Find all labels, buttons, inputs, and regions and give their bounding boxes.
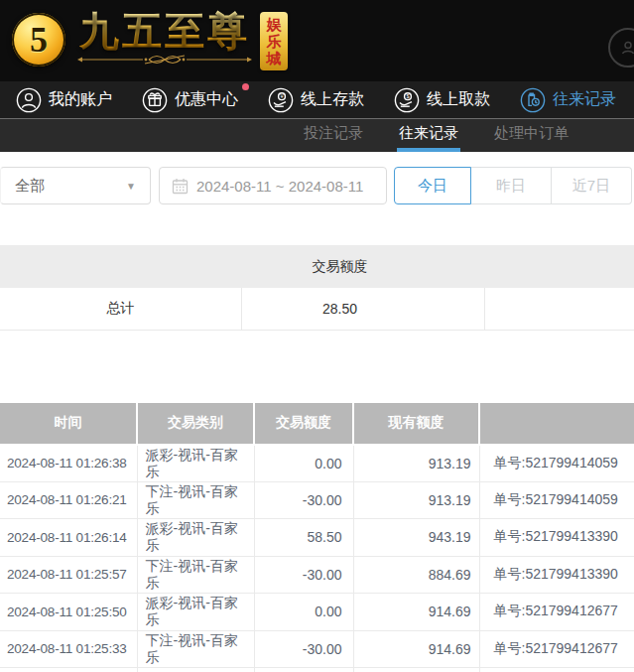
date-range-value: 2024-08-11 ~ 2024-08-11 [196,178,363,195]
filter-section: 全部 ▼ 2024-08-11 ~ 2024-08-11 今日 昨日 近7日 [0,152,634,245]
table-header-cell: 时间 [0,403,137,445]
type-select-value: 全部 [15,177,45,196]
deposit-icon: ¥ [268,87,294,113]
table-header-row: 时间 交易类别 交易额度 现有额度 [0,403,634,445]
table-cell: -30.00 [254,556,353,594]
table-header-cell: 交易类别 [137,403,254,445]
nav-item-withdraw[interactable]: $ 线上取款 [394,87,490,113]
table-cell: 943.19 [353,519,479,557]
quick-range-group: 今日 昨日 近7日 [394,167,632,204]
transactions-table: 时间 交易类别 交易额度 现有额度 2024-08-11 01:26:38派彩-… [0,403,634,672]
nav-item-label: 线上存款 [301,89,364,110]
calendar-icon [172,178,189,195]
table-cell: 914.69 [353,630,479,668]
section-gap [0,331,634,403]
withdraw-icon: $ [394,87,420,113]
brand-monogram-text: 5 [30,19,48,61]
table-cell: 派彩-视讯-百家乐 [137,445,254,482]
site-header: 5 九五至尊 娱 乐 城 [0,0,634,81]
table-cell: 下注-视讯-百家乐 [137,481,254,519]
svg-text:$: $ [406,93,409,99]
table-cell: 单号:521799414059 [479,481,634,519]
brand-logo-icon: 5 [12,13,65,67]
summary-total-label: 总计 [0,288,241,330]
table-cell [0,668,137,672]
table-cell: -30.00 [254,481,353,519]
table-cell: 2024-08-11 01:25:57 [0,556,137,594]
promo-notification-dot [242,83,249,90]
table-row: 2024-08-11 01:26:21下注-视讯-百家乐-30.00913.19… [0,481,634,519]
yesterday-button[interactable]: 昨日 [471,167,552,204]
table-cell: 2024-08-11 01:25:33 [0,630,137,668]
summary-header-spacer [0,245,241,288]
table-cell [254,668,353,672]
table-row: 2024-08-11 01:25:33下注-视讯-百家乐-30.00914.69… [0,630,634,668]
table-row-partial [0,668,634,672]
records-tab-bar: 投注记录 往来记录 处理中订单 [0,119,634,152]
brand-text-block: 九五至尊 [75,10,254,67]
table-header-cell [479,403,634,445]
table-cell: 2024-08-11 01:26:38 [0,445,137,482]
transactions-body: 2024-08-11 01:26:38派彩-视讯-百家乐0.00913.19单号… [0,445,634,672]
date-range-input[interactable]: 2024-08-11 ~ 2024-08-11 [159,167,387,204]
table-row: 2024-08-11 01:25:57下注-视讯-百家乐-30.00884.69… [0,556,634,594]
brand-tagline-badge: 娱 乐 城 [260,12,288,70]
table-header-cell: 交易额度 [254,403,353,445]
nav-item-promotions[interactable]: 优惠中心 [142,87,238,113]
table-cell: 2024-08-11 01:26:14 [0,519,137,557]
tab-label: 往来记录 [399,124,458,143]
table-cell: 派彩-视讯-百家乐 [137,594,254,631]
summary-header-row: 交易额度 [0,245,634,288]
table-cell: 派彩-视讯-百家乐 [137,519,254,557]
nav-item-records[interactable]: 往来记录 [520,87,616,113]
summary-total-value: 28.50 [241,288,484,330]
table-cell: 2024-08-11 01:25:50 [0,594,137,631]
nav-item-deposit[interactable]: ¥ 线上存款 [268,87,364,113]
table-cell: 0.00 [254,594,353,631]
nav-item-account[interactable]: 我的账户 [16,87,112,113]
tab-label: 处理中订单 [494,124,569,143]
summary-header-spacer [484,245,634,288]
chevron-down-icon: ▼ [126,181,136,192]
table-header-cell: 现有额度 [353,403,479,445]
table-cell: 884.69 [353,556,479,594]
table-cell: 单号:521799413390 [479,519,634,557]
records-icon [520,87,546,113]
table-cell: 913.19 [353,445,479,482]
table-cell: 单号:521799412677 [479,630,634,668]
table-cell: 2024-08-11 01:26:21 [0,481,137,519]
summary-total-spacer [484,288,634,330]
table-cell: 913.19 [353,481,479,519]
nav-item-label: 往来记录 [553,89,616,110]
table-cell: 单号:521799412677 [479,594,634,631]
brand-logo[interactable]: 5 九五至尊 娱 乐 城 [12,10,288,70]
table-cell: 914.69 [353,594,479,631]
table-row: 2024-08-11 01:25:50派彩-视讯-百家乐0.00914.69单号… [0,594,634,631]
gift-icon [142,87,168,113]
tab-label: 投注记录 [304,124,363,143]
tab-bet-records[interactable]: 投注记录 [302,119,365,152]
type-select[interactable]: 全部 ▼ [0,167,151,204]
table-cell: 58.50 [254,519,353,557]
nav-item-label: 我的账户 [49,89,112,110]
tab-transaction-records[interactable]: 往来记录 [397,119,460,152]
summary-table: 交易额度 总计 28.50 [0,245,634,331]
table-cell: 下注-视讯-百家乐 [137,630,254,668]
table-row: 2024-08-11 01:26:14派彩-视讯-百家乐58.50943.19单… [0,519,634,557]
table-cell: 单号:521799413390 [479,556,634,594]
support-icon[interactable] [608,28,634,67]
table-cell [137,668,254,672]
table-cell: -30.00 [254,630,353,668]
last7days-button[interactable]: 近7日 [552,167,632,204]
user-icon [16,87,42,113]
tab-pending-orders[interactable]: 处理中订单 [492,119,571,152]
brand-name: 九五至尊 [79,10,250,54]
table-cell: 下注-视讯-百家乐 [137,556,254,594]
table-row: 2024-08-11 01:26:38派彩-视讯-百家乐0.00913.19单号… [0,445,634,482]
table-cell [353,668,479,672]
page-root: 5 九五至尊 娱 乐 城 [0,0,634,672]
today-button[interactable]: 今日 [394,167,471,204]
summary-total-row: 总计 28.50 [0,288,634,330]
nav-item-label: 优惠中心 [175,89,238,110]
table-cell [479,668,634,672]
